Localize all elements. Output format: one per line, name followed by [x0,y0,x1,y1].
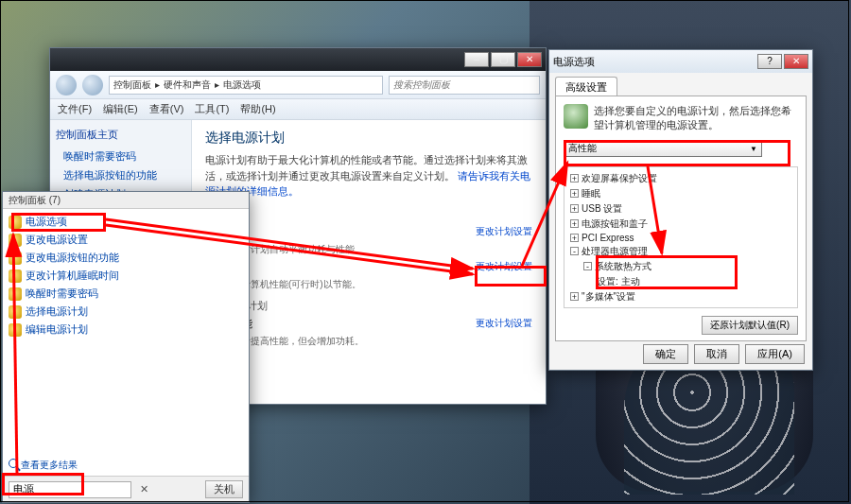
maximize-button[interactable]: ▢ [491,52,515,67]
expand-icon[interactable]: + [570,174,579,182]
breadcrumb-root[interactable]: 控制面板 [113,78,151,92]
power-plan-icon [564,104,588,129]
close-button[interactable]: ✕ [517,52,542,67]
cp-search-input[interactable] [389,76,540,95]
search-footer: ✕ 关机 [3,476,249,502]
page-title: 选择电源计划 [205,130,532,147]
sidebar-home[interactable]: 控制面板主页 [56,128,185,142]
restore-defaults-button[interactable]: 还原计划默认值(R) [702,316,798,335]
plan-select-value: 高性能 [568,142,597,155]
breadcrumb-page[interactable]: 电源选项 [223,78,261,92]
result-edit-plan[interactable]: 编辑电源计划 [9,321,243,339]
search-icon [9,459,18,468]
collapse-icon[interactable]: - [583,262,592,270]
battery-icon [9,323,22,337]
expand-icon[interactable]: + [570,204,579,213]
battery-icon [9,287,22,301]
adv-panel: 选择您要自定义的电源计划，然后选择您希望计算机管理的电源设置。 高性能 ▼ +欢… [555,96,807,341]
menu-file[interactable]: 文件(F) [58,102,92,116]
cooling-value[interactable]: 设置: 主动 [566,274,795,289]
chevron-down-icon: ▼ [750,145,757,153]
cp-titlebar[interactable]: – ▢ ✕ [50,48,546,71]
breadcrumb[interactable]: 控制面板 ▸ 硬件和声音 ▸ 电源选项 [109,76,383,95]
expand-icon[interactable]: + [570,234,579,242]
battery-icon [9,269,22,283]
menubar: 文件(F) 编辑(E) 查看(V) 工具(T) 帮助(H) [50,99,546,120]
adv-help-button[interactable]: ? [757,54,782,69]
change-plan3-link[interactable]: 更改计划设置 [476,317,532,330]
adv-tabrow: 高级设置 [549,73,812,96]
expand-icon[interactable]: + [570,219,579,228]
minimize-button[interactable]: – [464,52,489,67]
menu-view[interactable]: 查看(V) [149,102,184,116]
adv-title: 电源选项 [553,55,595,69]
settings-tree[interactable]: +欢迎屏幕保护设置 +睡眠 +USB 设置 +电源按钮和盖子 +PCI Expr… [564,166,798,308]
sidebar-link-wakepass[interactable]: 唤醒时需要密码 [63,149,185,164]
sidebar-link-buttons[interactable]: 选择电源按钮的功能 [63,168,185,182]
search-results-list: 电源选项 更改电源设置 更改电源按钮的功能 更改计算机睡眠时间 唤醒时需要密码 … [3,209,249,342]
page-desc: 电源计划有助于最大化计算机的性能或者节能。通过选择计划来将其激活，或选择计划并通… [205,152,532,200]
change-plan1-link[interactable]: 更改计划设置 [476,225,532,238]
expand-icon[interactable]: + [570,189,579,198]
breadcrumb-cat[interactable]: 硬件和声音 [164,78,211,92]
result-button-func[interactable]: 更改电源按钮的功能 [9,249,243,267]
shutdown-button[interactable]: 关机 [205,480,243,498]
result-change-settings[interactable]: 更改电源设置 [9,231,243,249]
change-plan2-link[interactable]: 更改计划设置 [476,260,532,273]
see-all-results[interactable]: 查看更多结果 [9,459,78,472]
result-power-options[interactable]: 电源选项 [9,213,243,231]
adv-titlebar[interactable]: 电源选项 ? ✕ [549,50,812,73]
tab-advanced[interactable]: 高级设置 [555,77,617,97]
menu-tools[interactable]: 工具(T) [195,102,229,116]
battery-icon [9,252,22,265]
result-choose-plan[interactable]: 选择电源计划 [9,303,243,321]
search-header: 控制面板 (7) [3,192,249,209]
start-search-input[interactable] [9,481,131,498]
advanced-settings-dialog: 电源选项 ? ✕ 高级设置 选择您要自定义的电源计划，然后选择您希望计算机管理的… [548,49,813,371]
adv-desc: 选择您要自定义的电源计划，然后选择您希望计算机管理的电源设置。 [564,104,798,132]
result-sleep-time[interactable]: 更改计算机睡眠时间 [9,267,243,285]
battery-icon [9,234,22,247]
collapse-icon[interactable]: - [570,247,579,255]
section-preferred: 首选计划 [205,207,532,221]
plan-select[interactable]: 高性能 ▼ [564,140,762,157]
cancel-button[interactable]: 取消 [694,344,739,364]
start-search-panel: 控制面板 (7) 电源选项 更改电源设置 更改电源按钮的功能 更改计算机睡眠时间… [2,191,250,503]
expand-icon[interactable]: + [570,292,579,301]
apply-button[interactable]: 应用(A) [745,344,805,364]
plan2-desc: 降低计算机性能(可行时)以节能。 [222,278,532,291]
cp-navbar: 控制面板 ▸ 硬件和声音 ▸ 电源选项 [50,71,546,99]
adv-close-button[interactable]: ✕ [784,54,808,69]
clear-search-button[interactable]: ✕ [137,483,150,496]
battery-icon [9,305,22,319]
dialog-footer: 确定 取消 应用(A) [643,344,805,364]
plan3-desc: 有利于提高性能，但会增加功耗。 [222,335,532,348]
nav-forward-icon[interactable] [82,75,103,96]
battery-icon [9,216,22,229]
ok-button[interactable]: 确定 [643,344,688,364]
menu-edit[interactable]: 编辑(E) [103,102,138,116]
result-wake-password[interactable]: 唤醒时需要密码 [9,285,243,303]
plan1-desc: 需要时计划自动平衡功耗与性能。 [222,243,532,256]
section-additional[interactable]: 隐藏附加计划 [205,299,532,313]
nav-back-icon[interactable] [56,75,77,96]
menu-help[interactable]: 帮助(H) [240,102,275,116]
